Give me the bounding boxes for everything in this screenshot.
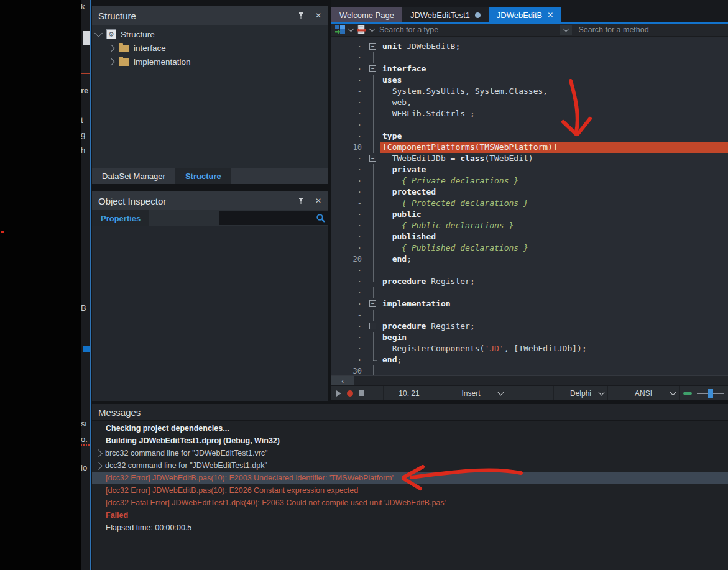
chevron-right-icon[interactable] xyxy=(107,58,115,66)
message-row[interactable]: [dcc32 Fatal Error] JDWebEditTest1.dpk(4… xyxy=(92,497,728,509)
encoding-selector[interactable]: ANSI xyxy=(608,386,680,400)
code-line[interactable]: - System.SysUtils, System.Classes, xyxy=(331,86,728,97)
code-line[interactable]: 30 xyxy=(331,365,728,375)
message-row[interactable]: brcc32 command line for "JDWebEditTest1.… xyxy=(92,447,728,459)
encoding-label: ANSI xyxy=(635,389,652,398)
horizontal-scrollbar[interactable]: ‹ xyxy=(331,375,728,386)
message-row[interactable]: Failed xyxy=(92,509,728,522)
scroll-left-button[interactable]: ‹ xyxy=(331,376,354,386)
code-line[interactable]: ·begin xyxy=(331,332,728,343)
message-text: brcc32 command line for "JDWebEditTest1.… xyxy=(105,449,268,457)
code-line[interactable]: 10[ComponentPlatforms(TMSWebPlatform)] xyxy=(331,142,728,153)
code-line[interactable]: · xyxy=(331,119,728,131)
code-line[interactable]: ·end; xyxy=(331,354,728,365)
pin-icon[interactable] xyxy=(296,196,306,206)
object-inspector-body xyxy=(92,226,328,401)
code-line[interactable]: ·−procedure Register; xyxy=(331,321,728,332)
fold-marker xyxy=(367,108,380,119)
code-line[interactable]: · xyxy=(331,265,728,276)
tab-dataset-manager[interactable]: DataSet Manager xyxy=(92,168,175,184)
code-line[interactable]: ·−unit JDWebEditB; xyxy=(331,41,728,52)
tab-properties[interactable]: Properties xyxy=(92,210,149,226)
method-search-input[interactable] xyxy=(577,25,728,35)
insert-mode-selector[interactable]: Insert xyxy=(435,386,507,400)
chevron-down-icon[interactable] xyxy=(94,29,103,37)
code-line[interactable]: · RegisterComponents('JD', [TWebEditJDb]… xyxy=(331,343,728,354)
background-text-fragment: B xyxy=(81,303,90,313)
tree-item-structure[interactable]: ⚙Structure xyxy=(92,27,328,41)
message-row[interactable]: Building JDWebEditTest1.dproj (Debug, Wi… xyxy=(92,434,728,447)
fold-toggle-icon[interactable]: − xyxy=(369,65,376,72)
chevron-down-icon[interactable] xyxy=(348,26,354,32)
tree-item-label: interface xyxy=(134,44,166,53)
code-line[interactable]: · published xyxy=(331,231,728,242)
code-line[interactable]: · { Private declarations } xyxy=(331,175,728,186)
code-line[interactable]: ·uses xyxy=(331,75,728,86)
chevron-right-icon[interactable] xyxy=(94,462,103,470)
code-line[interactable]: ·procedure Register; xyxy=(331,276,728,287)
chevron-right-icon[interactable] xyxy=(107,44,115,52)
fold-toggle-icon[interactable]: − xyxy=(369,300,376,307)
type-search-input[interactable] xyxy=(378,25,556,35)
editor-tab-label: Welcome Page xyxy=(339,11,394,20)
code-line[interactable]: ·−interface xyxy=(331,63,728,75)
code-editor[interactable]: ·−unit JDWebEditB;··−interface·uses- Sys… xyxy=(331,37,728,375)
code-line[interactable]: · public xyxy=(331,209,728,220)
method-search-dropdown[interactable] xyxy=(560,25,572,35)
message-row[interactable]: Elapsed time: 00:00:00.5 xyxy=(92,522,728,534)
code-line[interactable]: · xyxy=(331,287,728,298)
code-text: WEBLib.StdCtrls ; xyxy=(380,108,728,119)
tab-close-icon[interactable]: ✕ xyxy=(547,11,553,19)
code-line[interactable]: · { Published declarations } xyxy=(331,242,728,254)
chevron-down-icon[interactable] xyxy=(369,26,376,32)
code-line[interactable]: · WEBLib.StdCtrls ; xyxy=(331,108,728,119)
fold-marker xyxy=(367,75,380,86)
editor-tab-jdwebedittest1[interactable]: JDWebEditTest1 xyxy=(402,7,489,22)
pin-icon[interactable] xyxy=(296,11,306,21)
gear-icon: ⚙ xyxy=(106,29,116,39)
zoom-slider[interactable] xyxy=(697,393,724,394)
tab-structure[interactable]: Structure xyxy=(175,168,231,184)
code-line[interactable]: ·− TWebEditJDb = class(TWebEdit) xyxy=(331,153,728,164)
message-text: [dcc32 Error] JDWebEditB.pas(10): E2003 … xyxy=(106,474,394,482)
gutter-marker: · xyxy=(331,52,367,63)
code-text: implementation xyxy=(380,298,728,310)
inspector-search-input[interactable] xyxy=(219,214,316,223)
code-line[interactable]: · protected xyxy=(331,186,728,198)
code-line[interactable]: 20 end; xyxy=(331,254,728,265)
record-macro-icon[interactable] xyxy=(347,390,353,397)
code-line[interactable]: · xyxy=(331,52,728,63)
tree-item-interface[interactable]: interface xyxy=(92,41,328,55)
fold-toggle-icon[interactable]: − xyxy=(369,43,376,50)
code-line[interactable]: - xyxy=(331,310,728,321)
message-row[interactable]: Checking project dependencies... xyxy=(92,422,728,434)
zoom-out-icon[interactable] xyxy=(683,392,692,395)
message-row[interactable]: [dcc32 Error] JDWebEditB.pas(10): E2026 … xyxy=(92,484,728,497)
code-line[interactable]: · private xyxy=(331,164,728,175)
uses-helper-icon[interactable] xyxy=(356,25,367,35)
background-text-fragment: si xyxy=(81,419,90,429)
code-text: procedure Register; xyxy=(380,276,728,287)
message-row[interactable]: [dcc32 Error] JDWebEditB.pas(10): E2003 … xyxy=(92,472,728,484)
message-text: dcc32 command line for "JDWebEditTest1.d… xyxy=(105,461,267,470)
close-icon[interactable]: ✕ xyxy=(313,11,323,21)
editor-tab-jdwebeditb[interactable]: JDWebEditB✕ xyxy=(489,7,562,22)
zoom-slider-handle[interactable] xyxy=(708,389,713,398)
code-line[interactable]: · web, xyxy=(331,97,728,108)
code-line[interactable]: · { Public declarations } xyxy=(331,220,728,231)
structure-panel-title: Structure xyxy=(98,11,296,21)
syntax-selector[interactable]: Delphi xyxy=(554,386,608,400)
code-line[interactable]: ·−implementation xyxy=(331,298,728,310)
stop-macro-icon[interactable] xyxy=(359,390,364,396)
play-macro-icon[interactable] xyxy=(336,390,341,397)
new-items-icon[interactable] xyxy=(335,25,346,35)
tree-item-implementation[interactable]: implementation xyxy=(92,55,328,68)
editor-tab-welcome-page[interactable]: Welcome Page xyxy=(331,7,402,22)
code-line[interactable]: ·type xyxy=(331,131,728,142)
code-line[interactable]: - { Protected declarations } xyxy=(331,198,728,209)
message-row[interactable]: dcc32 command line for "JDWebEditTest1.d… xyxy=(92,459,728,472)
chevron-right-icon[interactable] xyxy=(94,449,103,457)
fold-toggle-icon[interactable]: − xyxy=(369,155,376,162)
fold-toggle-icon[interactable]: − xyxy=(369,323,376,329)
close-icon[interactable]: ✕ xyxy=(313,196,323,206)
